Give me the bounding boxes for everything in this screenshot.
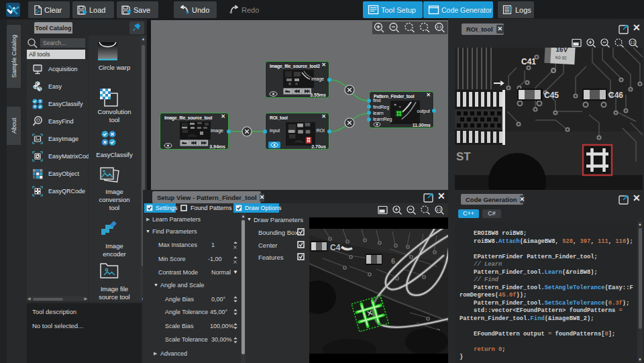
svg-text:ST: ST [456,150,471,163]
svg-text:C41: C41 [521,57,536,66]
svg-text:C4: C4 [330,243,341,252]
svg-text:1:1: 1:1 [437,207,441,211]
svg-text:1:1: 1:1 [631,40,635,44]
svg-text:16V: 16V [555,48,568,54]
svg-text:6: 6 [391,257,395,265]
svg-text:C45: C45 [544,91,559,100]
svg-text:K0 92: K0 92 [555,55,568,60]
svg-text:1:1: 1:1 [437,25,442,29]
svg-text:C46: C46 [608,91,623,100]
